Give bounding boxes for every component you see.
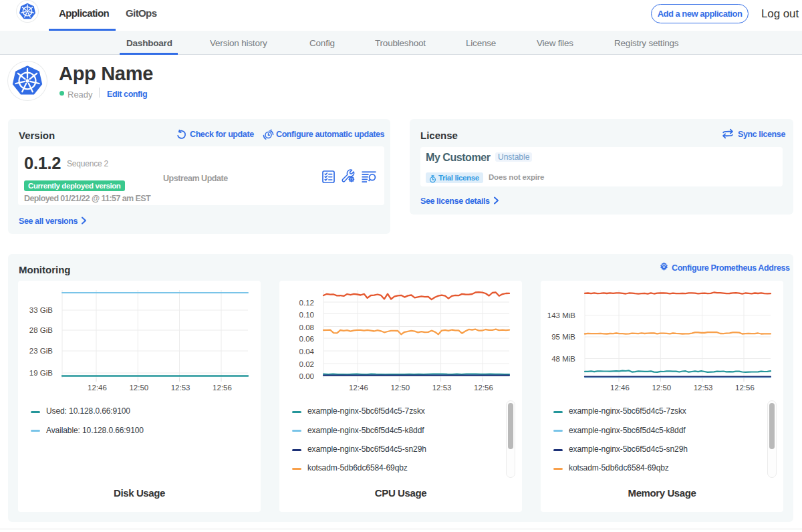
svg-text:12:53: 12:53: [171, 384, 190, 392]
svg-text:19 GiB: 19 GiB: [29, 369, 53, 377]
svg-text:12:46: 12:46: [349, 384, 368, 392]
svg-text:12:56: 12:56: [213, 384, 232, 392]
svg-text:33 GiB: 33 GiB: [29, 306, 53, 314]
svg-text:0.10: 0.10: [299, 311, 314, 319]
svg-text:12:46: 12:46: [88, 384, 107, 392]
svg-text:95 MiB: 95 MiB: [551, 333, 575, 341]
svg-text:48 MiB: 48 MiB: [551, 355, 575, 363]
svg-text:12:50: 12:50: [390, 384, 410, 392]
svg-text:0.12: 0.12: [299, 299, 314, 307]
svg-text:0.04: 0.04: [299, 348, 315, 356]
svg-text:12:53: 12:53: [432, 384, 452, 392]
svg-text:143 MiB: 143 MiB: [547, 311, 576, 319]
svg-text:12:46: 12:46: [610, 384, 630, 392]
svg-text:12:50: 12:50: [652, 384, 671, 392]
svg-text:12:50: 12:50: [129, 384, 148, 392]
svg-text:0.06: 0.06: [299, 335, 314, 343]
svg-text:23 GiB: 23 GiB: [29, 347, 53, 355]
svg-text:0.00: 0.00: [299, 372, 314, 380]
svg-text:28 GiB: 28 GiB: [29, 326, 53, 334]
svg-text:0.08: 0.08: [299, 323, 314, 331]
svg-text:0.02: 0.02: [299, 360, 314, 368]
svg-text:12:56: 12:56: [735, 384, 755, 392]
svg-text:12:56: 12:56: [474, 384, 493, 392]
svg-text:12:53: 12:53: [694, 384, 713, 392]
